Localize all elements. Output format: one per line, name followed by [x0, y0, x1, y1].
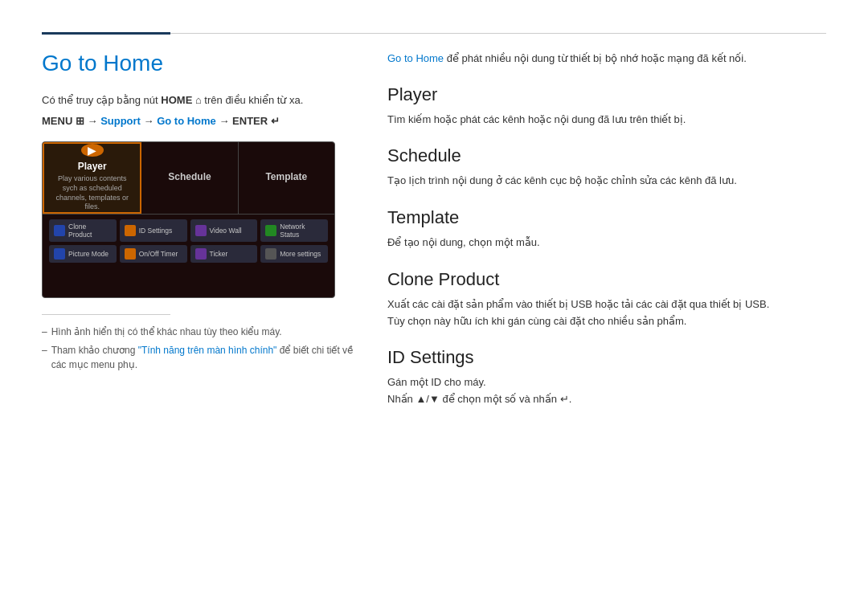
section-id-text1: Gán một ID cho máy. [387, 374, 826, 391]
section-template-title: Template [387, 207, 826, 228]
tv-clone-label: Clone Product [68, 223, 112, 239]
tv-player-icon: ▶ [81, 144, 104, 157]
tv-timer-label: On/Off Timer [139, 250, 178, 258]
section-id-settings: ID Settings Gán một ID cho máy. Nhấn ▲/▼… [387, 347, 826, 408]
right-column: Go to Home để phát nhiều nội dung từ thi… [387, 35, 826, 426]
right-intro-link[interactable]: Go to Home [387, 52, 444, 64]
tv-clone-icon [54, 225, 65, 236]
section-clone-title: Clone Product [387, 269, 826, 290]
tv-id-label: ID Settings [139, 227, 173, 235]
section-id-title: ID Settings [387, 347, 826, 368]
section-template: Template Để tạo nội dung, chọn một mẫu. [387, 207, 826, 251]
separator-line [42, 314, 170, 315]
tv-ticker-icon [195, 248, 207, 260]
left-column: Go to Home Có thể truy cập bằng nút HOME… [42, 35, 355, 426]
tv-schedule-label: Schedule [168, 171, 211, 182]
right-intro-text: để phát nhiều nội dung từ thiết bị bộ nh… [444, 52, 747, 64]
tv-player-desc: Play various contents sych as scheduled … [51, 174, 133, 212]
tv-more-icon [265, 248, 276, 260]
footnote-link[interactable]: "Tính năng trên màn hình chính" [138, 345, 277, 356]
tv-btn-ticker: Ticker [190, 245, 258, 263]
section-id-text2: Nhấn ▲/▼ để chọn một số và nhấn ↵. [387, 391, 826, 408]
tv-menu-bottom: Clone Product ID Settings Video Wall Net… [43, 215, 334, 268]
tv-bottom-row2: Picture Mode On/Off Timer Ticker More se… [49, 245, 328, 263]
tv-ticker-label: Ticker [210, 250, 228, 258]
section-template-text: Để tạo nội dung, chọn một mẫu. [387, 235, 826, 251]
section-schedule-title: Schedule [387, 145, 826, 166]
right-intro: Go to Home để phát nhiều nội dung từ thi… [387, 51, 826, 67]
tv-picture-icon [54, 248, 65, 260]
main-layout: Go to Home Có thể truy cập bằng nút HOME… [42, 35, 826, 426]
tv-template-item: Template [239, 142, 334, 214]
footnote-2: Tham khảo chương "Tính năng trên màn hìn… [42, 343, 355, 372]
tv-btn-id: ID Settings [120, 219, 187, 242]
section-schedule: Schedule Tạo lịch trình nội dung ở các k… [387, 145, 826, 190]
tv-template-label: Template [265, 171, 307, 182]
tv-btn-videowall: Video Wall [190, 219, 258, 242]
tv-player-item: ▶ Player Play various contents sych as s… [43, 142, 141, 214]
section-player-title: Player [387, 84, 826, 105]
tv-btn-network: Network Status [260, 219, 328, 242]
tv-btn-picture: Picture Mode [49, 245, 117, 263]
footnote-1: Hình ảnh hiển thị có thể khác nhau tùy t… [42, 325, 355, 339]
page-title: Go to Home [42, 51, 355, 76]
tv-screen-image: ▶ Player Play various contents sych as s… [42, 141, 335, 298]
tv-videowall-icon [195, 225, 207, 236]
section-clone: Clone Product Xuất các cài đặt sản phẩm … [387, 269, 826, 330]
section-player-text: Tìm kiếm hoặc phát các kênh hoặc nội dun… [387, 112, 826, 129]
tv-id-icon [125, 225, 136, 236]
tv-videowall-label: Video Wall [210, 227, 242, 235]
tv-btn-timer: On/Off Timer [120, 245, 187, 263]
top-rule [42, 0, 826, 35]
tv-more-label: More settings [280, 250, 321, 258]
section-clone-text: Xuất các cài đặt sản phẩm vào thiết bị U… [387, 296, 826, 330]
tv-network-label: Network Status [280, 223, 323, 239]
section-player: Player Tìm kiếm hoặc phát các kênh hoặc … [387, 84, 826, 129]
tv-btn-clone: Clone Product [49, 219, 117, 242]
tv-network-icon [265, 225, 276, 236]
top-rule-line [170, 33, 826, 34]
tv-picture-label: Picture Mode [68, 250, 108, 258]
section-schedule-text: Tạo lịch trình nội dung ở các kênh cục b… [387, 173, 826, 190]
menu-path: MENU ⊞ → Support → Go to Home → ENTER ↵ [42, 113, 355, 129]
tv-btn-more: More settings [260, 245, 328, 263]
intro-text: Có thể truy cập bằng nút HOME ⌂ trên điề… [42, 92, 355, 108]
tv-schedule-item: Schedule [141, 142, 238, 214]
tv-player-label: Player [78, 161, 107, 172]
tv-bottom-row1: Clone Product ID Settings Video Wall Net… [49, 219, 328, 242]
tv-menu-top: ▶ Player Play various contents sych as s… [43, 142, 334, 215]
tv-timer-icon [125, 248, 136, 260]
